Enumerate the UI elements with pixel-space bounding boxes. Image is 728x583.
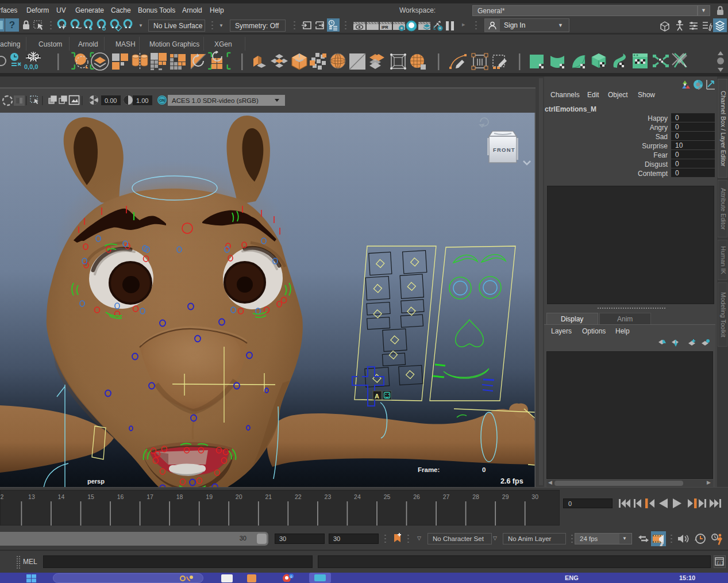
svg-text:15: 15: [87, 493, 94, 500]
svg-text:FRONT: FRONT: [493, 147, 515, 153]
svg-text:27: 27: [443, 493, 450, 500]
svg-text:0,0,0: 0,0,0: [24, 63, 38, 70]
svg-text:ON: ON: [159, 98, 165, 102]
svg-text:IPR: IPR: [382, 25, 388, 29]
svg-text:28: 28: [472, 493, 479, 500]
svg-text:Frame:: Frame:: [418, 466, 440, 473]
svg-text:21: 21: [265, 493, 272, 500]
svg-text:17: 17: [147, 493, 153, 500]
svg-text:22: 22: [295, 493, 302, 500]
svg-text:23: 23: [325, 493, 332, 500]
svg-text:{;}: {;}: [717, 561, 724, 565]
svg-text:24: 24: [354, 493, 361, 500]
svg-text:16: 16: [117, 493, 124, 500]
svg-text:0.00: 0.00: [105, 97, 117, 104]
svg-text:A: A: [375, 393, 379, 400]
svg-text:18: 18: [176, 493, 183, 500]
svg-text:persp: persp: [87, 478, 105, 485]
svg-text:25: 25: [384, 493, 391, 500]
svg-text:13: 13: [28, 493, 35, 500]
svg-text:ACES 1.0 SDR-video (sRGB): ACES 1.0 SDR-video (sRGB): [172, 97, 259, 104]
svg-text:29: 29: [502, 493, 509, 500]
svg-text:2: 2: [1, 493, 3, 500]
svg-text:1.00: 1.00: [136, 97, 148, 104]
svg-text:14: 14: [58, 493, 65, 500]
svg-text:0: 0: [482, 466, 486, 473]
svg-text:19: 19: [206, 493, 213, 500]
svg-text:2.6 fps: 2.6 fps: [500, 477, 523, 485]
svg-text:26: 26: [413, 493, 420, 500]
svg-text:30: 30: [531, 493, 538, 500]
svg-text:20: 20: [236, 493, 242, 500]
